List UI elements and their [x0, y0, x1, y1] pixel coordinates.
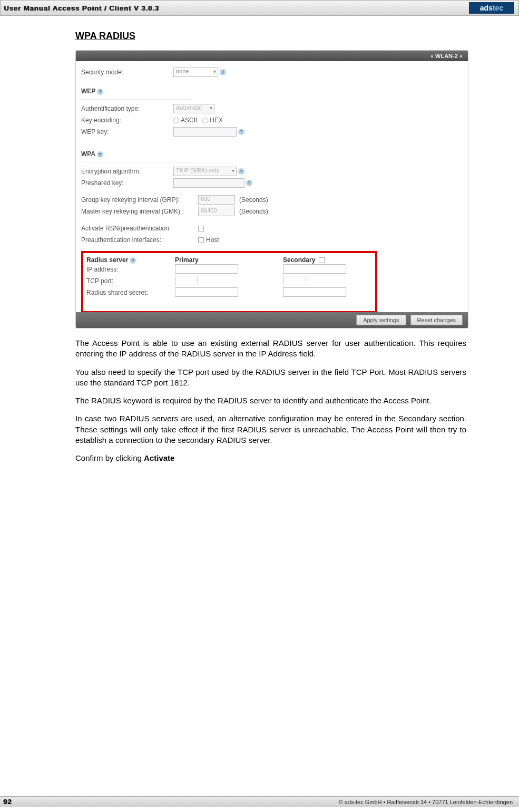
preauth-if-label: Preauthentication interfaces: [81, 236, 198, 244]
ascii-label: ASCII [181, 117, 197, 124]
secondary-head-text: Secondary [283, 256, 315, 264]
brand-logo: adstec [469, 2, 514, 14]
paragraph: The RADIUS keyword is required by the RA… [75, 395, 466, 406]
gmk-label: Master key rekeying interval (GMK) : [81, 208, 198, 215]
shot-body: Security mode: none ? WEP? Authentificat… [76, 61, 468, 313]
tcp-label: TCP port: [86, 277, 175, 285]
logo-part-a: ads [480, 4, 493, 12]
host-checkbox[interactable] [198, 237, 204, 243]
secondary-checkbox[interactable] [319, 257, 325, 263]
ip-label: IP address: [86, 266, 175, 273]
psk-label: Preshared key: [81, 179, 173, 187]
divider [81, 99, 191, 100]
psk-input[interactable] [173, 178, 244, 188]
hex-label: HEX [210, 117, 223, 124]
paragraph: In case two RADIUS servers are used, an … [75, 413, 466, 446]
section-title: WPA RADIUS [75, 31, 466, 42]
page-number: 92 [3, 798, 12, 806]
paragraph: Confirm by clicking Activate [75, 453, 466, 463]
secondary-head: Secondary [283, 256, 327, 264]
page-content: WPA RADIUS « WLAN-2 « Security mode: non… [0, 16, 519, 463]
secret-primary-input[interactable] [175, 287, 238, 297]
divider [81, 162, 191, 162]
wpa-section-head: WPA? [81, 150, 463, 158]
enc-alg-select[interactable]: TKIP (WPA) only [173, 167, 237, 176]
rsn-label: Activate RSN/preauthentication: [81, 225, 198, 232]
header-bar: User Manual Access Point / Client V 3.0.… [0, 0, 519, 16]
confirm-text: Confirm by clicking [75, 453, 144, 462]
tcp-secondary-input[interactable] [283, 276, 306, 285]
reset-changes-button[interactable]: Reset changes [410, 315, 463, 325]
shot-action-bar: Apply settings Reset changes [76, 312, 468, 328]
ip-primary-input[interactable] [175, 264, 238, 274]
help-icon[interactable]: ? [246, 180, 252, 186]
doc-title: User Manual Access Point / Client V 3.0.… [4, 4, 159, 12]
breadcrumb: « WLAN-2 « [430, 53, 463, 59]
config-screenshot: « WLAN-2 « Security mode: none ? WEP? Au… [75, 50, 468, 328]
radius-head: Radius server? [86, 256, 175, 264]
activate-word: Activate [144, 453, 174, 462]
tcp-primary-input[interactable] [175, 276, 198, 285]
hex-radio[interactable] [202, 118, 208, 123]
help-icon[interactable]: ? [238, 129, 244, 135]
footer-bar: 92 © ads-tec GmbH • Raiffeisenstr.14 • 7… [0, 796, 519, 807]
grp-label: Group key rekeying interval (GRP): [81, 196, 198, 204]
ip-secondary-input[interactable] [283, 264, 346, 274]
help-icon[interactable]: ? [238, 168, 244, 175]
logo-part-b: tec [493, 4, 503, 12]
paragraph: You also need to specify the TCP port us… [75, 367, 466, 389]
rsn-checkbox[interactable] [198, 226, 204, 231]
radius-highlight-box: Radius server? Primary Secondary IP addr… [81, 251, 377, 313]
gmk-input[interactable]: 86400 [198, 207, 235, 216]
ascii-radio[interactable] [173, 118, 179, 123]
shot-breadcrumb-bar: « WLAN-2 « [76, 51, 468, 61]
apply-settings-button[interactable]: Apply settings [356, 315, 406, 325]
copyright: © ads-tec GmbH • Raiffeisenstr.14 • 7077… [338, 799, 513, 805]
wep-head-text: WEP [81, 88, 95, 95]
wep-section-head: WEP? [81, 88, 463, 95]
help-icon[interactable]: ? [220, 69, 226, 75]
wep-key-label: WEP key: [81, 128, 173, 136]
paragraph: The Access Point is able to use an exist… [75, 338, 466, 360]
host-label: Host [206, 236, 219, 244]
auth-type-select[interactable]: Automatic [173, 104, 214, 113]
primary-head: Primary [175, 256, 283, 264]
auth-type-label: Authentification type: [81, 105, 173, 112]
wpa-head-text: WPA [81, 150, 95, 158]
secret-label: Radius shared secret: [86, 289, 175, 296]
help-icon[interactable]: ? [130, 257, 136, 264]
help-icon[interactable]: ? [97, 89, 103, 95]
help-icon[interactable]: ? [97, 151, 103, 158]
security-mode-label: Security mode: [81, 69, 173, 76]
seconds-label: (Seconds) [239, 208, 268, 215]
radius-head-text: Radius server [86, 256, 128, 264]
security-mode-select[interactable]: none [173, 67, 218, 77]
seconds-label: (Seconds) [239, 196, 268, 204]
grp-input[interactable]: 600 [198, 195, 235, 205]
key-encoding-label: Key encoding: [81, 117, 173, 124]
wep-key-input[interactable] [173, 127, 237, 137]
enc-alg-label: Encryption algorithm: [81, 168, 173, 175]
secret-secondary-input[interactable] [283, 287, 346, 297]
